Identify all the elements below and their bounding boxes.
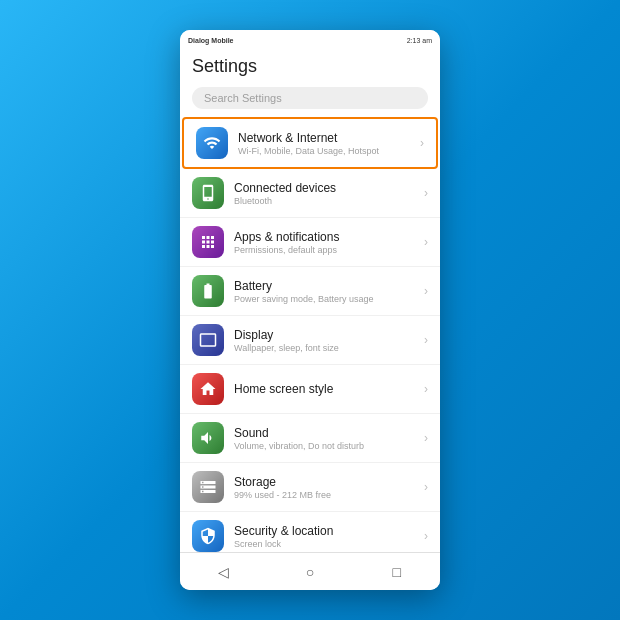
network-icon xyxy=(196,127,228,159)
phone-frame: Dialog Mobile 2:13 am Settings Search Se… xyxy=(180,30,440,590)
settings-list: Network & InternetWi-Fi, Mobile, Data Us… xyxy=(180,117,440,552)
security-subtitle: Screen lock xyxy=(234,539,424,549)
apps-icon xyxy=(192,226,224,258)
storage-text: Storage99% used - 212 MB free xyxy=(234,475,424,500)
storage-subtitle: 99% used - 212 MB free xyxy=(234,490,424,500)
page-title: Settings xyxy=(192,56,428,77)
search-input[interactable]: Search Settings xyxy=(192,87,428,109)
devices-icon xyxy=(192,177,224,209)
home-button[interactable]: ○ xyxy=(295,561,325,583)
recents-button[interactable]: □ xyxy=(382,561,412,583)
home-title: Home screen style xyxy=(234,382,424,396)
settings-item-devices[interactable]: Connected devicesBluetooth› xyxy=(180,169,440,218)
chevron-right-icon: › xyxy=(424,529,428,543)
apps-text: Apps & notificationsPermissions, default… xyxy=(234,230,424,255)
chevron-right-icon: › xyxy=(424,333,428,347)
security-text: Security & locationScreen lock xyxy=(234,524,424,549)
carrier-label: Dialog Mobile xyxy=(188,37,234,44)
chevron-right-icon: › xyxy=(424,382,428,396)
sound-title: Sound xyxy=(234,426,424,440)
chevron-right-icon: › xyxy=(420,136,424,150)
settings-item-network[interactable]: Network & InternetWi-Fi, Mobile, Data Us… xyxy=(182,117,438,169)
network-text: Network & InternetWi-Fi, Mobile, Data Us… xyxy=(238,131,420,156)
battery-subtitle: Power saving mode, Battery usage xyxy=(234,294,424,304)
storage-title: Storage xyxy=(234,475,424,489)
back-button[interactable]: ◁ xyxy=(208,561,238,583)
apps-subtitle: Permissions, default apps xyxy=(234,245,424,255)
settings-item-apps[interactable]: Apps & notificationsPermissions, default… xyxy=(180,218,440,267)
title-bar: Settings xyxy=(180,48,440,83)
settings-item-display[interactable]: DisplayWallpaper, sleep, font size› xyxy=(180,316,440,365)
storage-icon xyxy=(192,471,224,503)
home-icon xyxy=(192,373,224,405)
apps-title: Apps & notifications xyxy=(234,230,424,244)
home-text: Home screen style xyxy=(234,382,424,396)
chevron-right-icon: › xyxy=(424,186,428,200)
chevron-right-icon: › xyxy=(424,284,428,298)
nav-bar: ◁ ○ □ xyxy=(180,552,440,590)
sound-icon xyxy=(192,422,224,454)
display-subtitle: Wallpaper, sleep, font size xyxy=(234,343,424,353)
devices-title: Connected devices xyxy=(234,181,424,195)
display-text: DisplayWallpaper, sleep, font size xyxy=(234,328,424,353)
settings-item-security[interactable]: Security & locationScreen lock› xyxy=(180,512,440,552)
time-label: 2:13 am xyxy=(407,37,432,44)
chevron-right-icon: › xyxy=(424,235,428,249)
battery-text: BatteryPower saving mode, Battery usage xyxy=(234,279,424,304)
settings-item-storage[interactable]: Storage99% used - 212 MB free› xyxy=(180,463,440,512)
sound-subtitle: Volume, vibration, Do not disturb xyxy=(234,441,424,451)
devices-text: Connected devicesBluetooth xyxy=(234,181,424,206)
battery-title: Battery xyxy=(234,279,424,293)
status-left: Dialog Mobile xyxy=(188,37,234,44)
chevron-right-icon: › xyxy=(424,431,428,445)
display-icon xyxy=(192,324,224,356)
chevron-right-icon: › xyxy=(424,480,428,494)
settings-item-battery[interactable]: BatteryPower saving mode, Battery usage› xyxy=(180,267,440,316)
status-bar: Dialog Mobile 2:13 am xyxy=(180,30,440,48)
settings-item-home[interactable]: Home screen style› xyxy=(180,365,440,414)
battery-icon xyxy=(192,275,224,307)
devices-subtitle: Bluetooth xyxy=(234,196,424,206)
search-bar: Search Settings xyxy=(180,83,440,117)
settings-item-sound[interactable]: SoundVolume, vibration, Do not disturb› xyxy=(180,414,440,463)
status-right: 2:13 am xyxy=(407,37,432,44)
display-title: Display xyxy=(234,328,424,342)
network-subtitle: Wi-Fi, Mobile, Data Usage, Hotspot xyxy=(238,146,420,156)
security-icon xyxy=(192,520,224,552)
security-title: Security & location xyxy=(234,524,424,538)
sound-text: SoundVolume, vibration, Do not disturb xyxy=(234,426,424,451)
network-title: Network & Internet xyxy=(238,131,420,145)
